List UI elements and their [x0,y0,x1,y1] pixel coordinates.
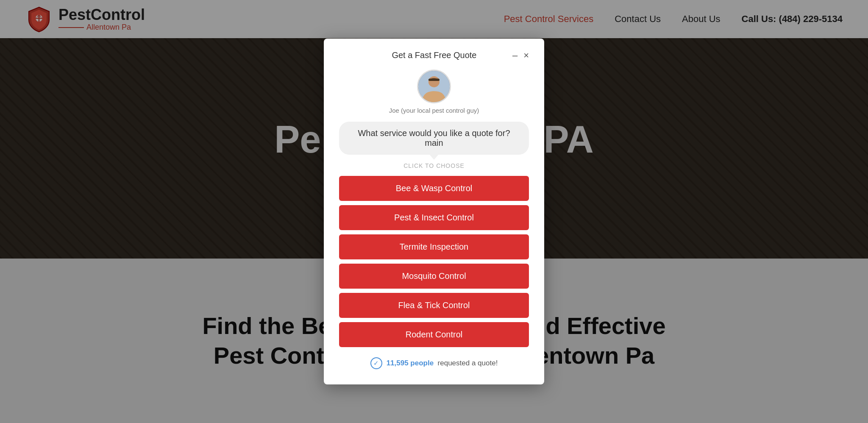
avatar-image [418,70,450,103]
option-buttons: Bee & Wasp Control Pest & Insect Control… [339,176,529,347]
proof-suffix: requested a quote! [438,359,498,367]
avatar-name: Joe (your local pest control guy) [389,107,479,114]
modal-minimize-button[interactable]: – [512,51,517,60]
speech-bubble: What service would you like a quote for?… [339,122,529,155]
option-mosquito[interactable]: Mosquito Control [339,264,529,289]
svg-point-5 [428,76,440,87]
modal-controls: – × [512,51,529,60]
svg-rect-6 [428,79,440,81]
modal-overlay: Get a Fast Free Quote – × Joe (your loca… [0,0,868,423]
check-icon: ✓ [370,357,382,369]
social-proof-text: 11,595 people requested a quote! [387,359,498,367]
modal-close-button[interactable]: × [523,51,529,60]
quote-modal: Get a Fast Free Quote – × Joe (your loca… [324,39,544,384]
option-termite[interactable]: Termite Inspection [339,234,529,259]
modal-avatar-area: Joe (your local pest control guy) [339,70,529,114]
social-proof: ✓ 11,595 people requested a quote! [339,357,529,369]
proof-count: 11,595 people [387,359,434,367]
click-to-choose-label: CLICK TO CHOOSE [339,162,529,169]
option-bee-wasp[interactable]: Bee & Wasp Control [339,176,529,201]
avatar [417,70,451,103]
modal-header: Get a Fast Free Quote – × [339,50,529,60]
modal-title: Get a Fast Free Quote [356,50,512,60]
option-rodent[interactable]: Rodent Control [339,322,529,347]
option-flea-tick[interactable]: Flea & Tick Control [339,293,529,318]
option-pest-insect[interactable]: Pest & Insect Control [339,205,529,230]
